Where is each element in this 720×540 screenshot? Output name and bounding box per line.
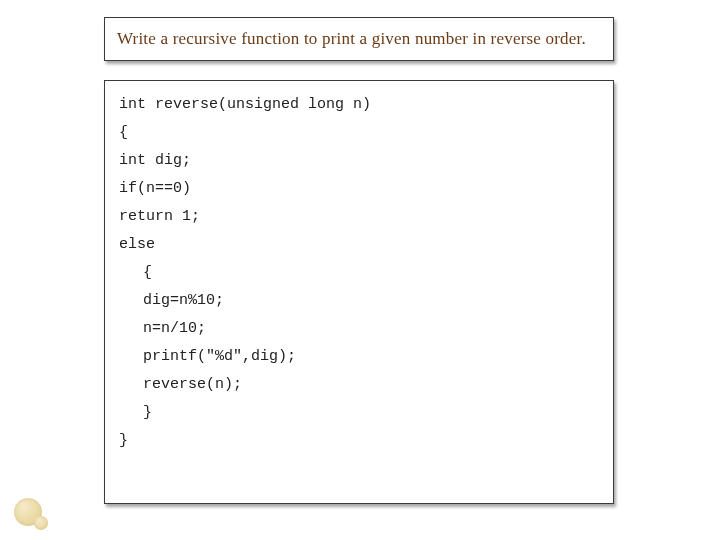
code-line: if(n==0) [119,180,191,197]
code-line: { [119,124,128,141]
circle-icon [14,498,42,526]
code-line: return 1; [119,208,200,225]
decorative-circles [14,498,44,528]
code-line: } [119,432,128,449]
code-line: reverse(n); [119,371,599,399]
code-line: int reverse(unsigned long n) [119,96,371,113]
code-box: int reverse(unsigned long n) { int dig; … [104,80,614,504]
code-line: int dig; [119,152,191,169]
code-block: int reverse(unsigned long n) { int dig; … [119,91,599,455]
title-box: Write a recursive function to print a gi… [104,17,614,61]
code-line: else [119,236,155,253]
code-line: } [119,399,599,427]
title-text: Write a recursive function to print a gi… [117,29,586,49]
code-line: { [119,259,599,287]
code-line: dig=n%10; [119,287,599,315]
code-line: printf("%d",dig); [119,343,599,371]
code-line: n=n/10; [119,315,599,343]
slide: Write a recursive function to print a gi… [0,0,720,540]
circle-icon [34,516,48,530]
